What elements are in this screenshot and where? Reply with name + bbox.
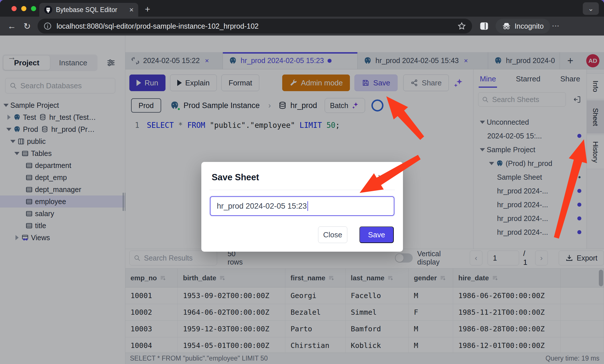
sheet-name-input[interactable]: hr_prod 2024-02-05 15:23 — [210, 196, 394, 216]
incognito-label: Incognito — [515, 22, 543, 30]
reload-icon[interactable]: ↻ — [24, 21, 31, 31]
side-panel-icon[interactable] — [479, 21, 489, 31]
save-sheet-dialog: Save Sheet × hr_prod 2024-02-05 15:23 Cl… — [201, 162, 403, 252]
dialog-save-button[interactable]: Save — [359, 226, 394, 243]
browser-tab-close-icon[interactable]: × — [129, 6, 134, 13]
dialog-divider — [209, 190, 395, 190]
bookmark-star-icon[interactable] — [457, 21, 466, 31]
browser-navbar: ← → ↻ localhost:8080/sql-editor/prod-sam… — [0, 17, 604, 36]
dialog-close-icon[interactable]: × — [378, 172, 383, 182]
dialog-title: Save Sheet — [212, 172, 259, 183]
browser-titlebar: Bytebase SQL Editor × + ⌄ — [0, 0, 604, 17]
url-text[interactable]: localhost:8080/sql-editor/prod-sample-in… — [56, 22, 453, 30]
text-cursor — [307, 201, 308, 211]
window-minimize-button[interactable] — [21, 6, 26, 11]
sheet-name-value: hr_prod 2024-02-05 15:23 — [217, 202, 307, 211]
address-bar[interactable]: localhost:8080/sql-editor/prod-sample-in… — [38, 19, 472, 34]
browser-tab-title: Bytebase SQL Editor — [56, 6, 126, 14]
incognito-badge: Incognito — [496, 19, 550, 34]
back-icon[interactable]: ← — [7, 21, 16, 31]
incognito-icon — [502, 21, 511, 31]
window-chevron-button[interactable]: ⌄ — [583, 2, 599, 15]
new-tab-button[interactable]: + — [145, 4, 150, 15]
browser-tab[interactable]: Bytebase SQL Editor × — [39, 3, 138, 17]
browser-window: Bytebase SQL Editor × + ⌄ ← → ↻ localhos… — [0, 0, 604, 364]
window-zoom-button[interactable] — [31, 6, 36, 11]
dialog-close-button[interactable]: Close — [318, 226, 347, 243]
site-info-icon[interactable] — [43, 22, 52, 30]
bytebase-favicon — [44, 5, 52, 14]
window-close-button[interactable] — [11, 6, 17, 11]
